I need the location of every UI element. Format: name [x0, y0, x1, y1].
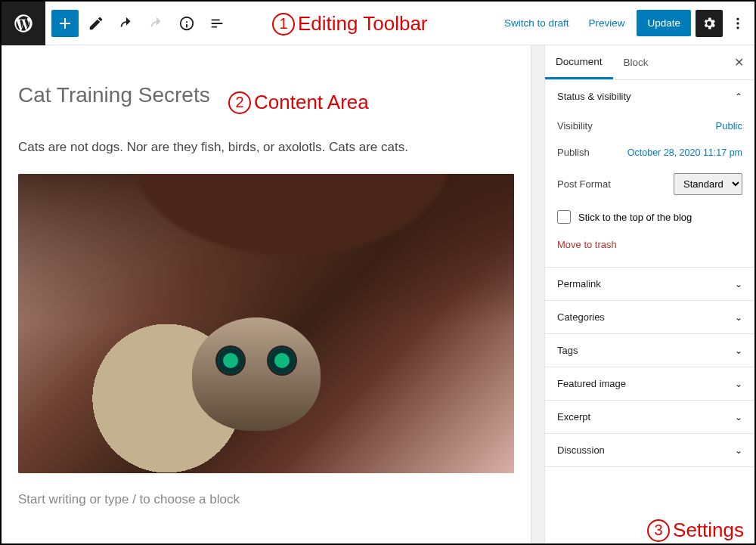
outline-button[interactable] [204, 11, 230, 36]
add-block-button[interactable] [51, 10, 79, 37]
panel-title: Tags [557, 345, 578, 356]
kebab-icon [730, 16, 745, 31]
panel-head-status[interactable]: Status & visibility ⌃ [545, 80, 754, 113]
post-format-label: Post Format [557, 178, 611, 190]
edit-mode-button[interactable] [83, 11, 109, 36]
panel-head-permalink[interactable]: Permalink ⌄ [545, 268, 754, 300]
pencil-icon [88, 15, 104, 32]
panel-tags: Tags ⌄ [545, 334, 754, 367]
editing-toolbar: Switch to draft Preview Update 1Editing … [2, 2, 754, 45]
panel-head-categories[interactable]: Categories ⌄ [545, 301, 754, 333]
chevron-down-icon: ⌄ [735, 379, 742, 389]
row-post-format: Post Format Standard [557, 166, 742, 203]
chevron-down-icon: ⌄ [735, 445, 742, 456]
visibility-value[interactable]: Public [716, 120, 742, 132]
wordpress-logo[interactable] [2, 2, 45, 45]
panel-status-visibility: Status & visibility ⌃ Visibility Public … [545, 80, 754, 268]
info-icon [178, 15, 195, 32]
panel-title: Permalink [557, 278, 601, 290]
chevron-down-icon: ⌄ [735, 412, 742, 423]
chevron-down-icon: ⌄ [735, 279, 742, 290]
row-visibility: Visibility Public [557, 113, 742, 139]
chevron-down-icon: ⌄ [735, 345, 742, 356]
chevron-down-icon: ⌄ [735, 312, 742, 323]
sidebar-tabs: Document Block ✕ [545, 45, 754, 80]
undo-icon [118, 15, 135, 32]
svg-point-2 [736, 26, 739, 29]
panel-title: Excerpt [557, 411, 590, 423]
panel-head-tags[interactable]: Tags ⌄ [545, 334, 754, 367]
undo-button[interactable] [113, 11, 139, 36]
content-scrollbar[interactable] [531, 45, 544, 543]
list-icon [209, 15, 225, 32]
panel-body-status: Visibility Public Publish October 28, 20… [545, 113, 754, 267]
annotation-1: 1Editing Toolbar [272, 12, 428, 36]
plus-icon [56, 14, 74, 33]
more-options-button[interactable] [727, 16, 748, 31]
tab-block[interactable]: Block [613, 45, 659, 79]
switch-to-draft-button[interactable]: Switch to draft [497, 11, 577, 35]
settings-toggle-button[interactable] [696, 10, 723, 37]
post-image-block[interactable] [18, 174, 514, 473]
panel-title: Status & visibility [557, 91, 631, 102]
post-paragraph[interactable]: Cats are not dogs. Nor are they fish, bi… [18, 138, 514, 157]
redo-button[interactable] [144, 11, 169, 36]
panel-head-excerpt[interactable]: Excerpt ⌄ [545, 401, 754, 433]
main-area: 2Content Area Cat Training Secrets Cats … [2, 45, 754, 543]
publish-label: Publish [557, 147, 590, 158]
info-button[interactable] [174, 11, 200, 36]
svg-point-1 [736, 22, 739, 24]
image-blanket [18, 174, 514, 325]
panel-title: Categories [557, 311, 605, 323]
post-format-select[interactable]: Standard [674, 173, 742, 195]
cat-face-shape [192, 317, 321, 431]
content-area: 2Content Area Cat Training Secrets Cats … [2, 45, 531, 543]
toolbar-right-group: Switch to draft Preview Update [497, 10, 754, 37]
wordpress-icon [13, 13, 34, 34]
preview-button[interactable]: Preview [581, 11, 632, 35]
panel-permalink: Permalink ⌄ [545, 268, 754, 301]
publish-value[interactable]: October 28, 2020 11:17 pm [627, 147, 742, 158]
panel-head-featured-image[interactable]: Featured image ⌄ [545, 367, 754, 400]
update-button[interactable]: Update [637, 10, 691, 36]
toolbar-left-group [45, 10, 230, 37]
settings-sidebar: Document Block ✕ Status & visibility ⌃ V… [544, 45, 754, 543]
panel-categories: Categories ⌄ [545, 301, 754, 334]
block-appender[interactable]: Start writing or type / to choose a bloc… [18, 492, 514, 507]
panel-title: Featured image [557, 378, 626, 389]
post-title[interactable]: Cat Training Secrets [18, 83, 514, 107]
close-sidebar-button[interactable]: ✕ [723, 55, 754, 70]
panel-excerpt: Excerpt ⌄ [545, 401, 754, 434]
visibility-label: Visibility [557, 120, 593, 132]
sticky-label: Stick to the top of the blog [578, 212, 692, 223]
move-to-trash[interactable]: Move to trash [557, 231, 742, 255]
row-sticky: Stick to the top of the blog [557, 203, 742, 231]
tab-document[interactable]: Document [545, 45, 613, 79]
redo-icon [148, 15, 165, 32]
chevron-up-icon: ⌃ [735, 91, 742, 102]
annotation-3: 3Settings [647, 519, 744, 542]
sticky-checkbox[interactable] [557, 210, 571, 224]
svg-point-0 [736, 17, 739, 20]
panel-discussion: Discussion ⌄ [545, 434, 754, 467]
gear-icon [702, 16, 717, 31]
panel-title: Discussion [557, 444, 605, 456]
panel-featured-image: Featured image ⌄ [545, 367, 754, 401]
panel-head-discussion[interactable]: Discussion ⌄ [545, 434, 754, 466]
row-publish: Publish October 28, 2020 11:17 pm [557, 139, 742, 166]
